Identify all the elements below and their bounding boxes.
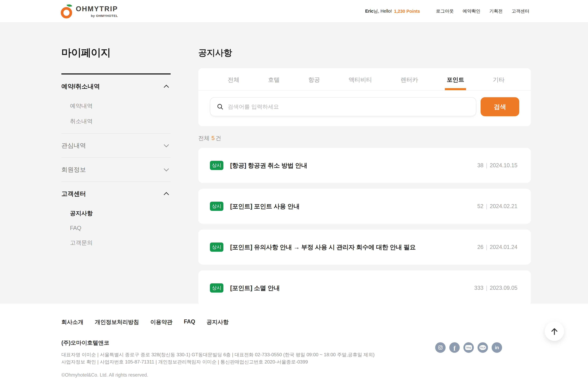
view-count: 38	[477, 162, 483, 168]
tab-points[interactable]: 포인트	[445, 68, 466, 90]
footer-link-privacy[interactable]: 개인정보처리방침	[95, 318, 139, 326]
notice-title: [항공] 항공권 취소 방법 안내	[230, 161, 307, 170]
notice-row[interactable]: 상시 [포인트] 소멸 안내 333|2023.09.05	[198, 271, 531, 305]
notice-list: 상시 [항공] 항공권 취소 방법 안내 38|2024.10.15 상시 [포…	[198, 148, 531, 305]
mypage-sidebar: 마이페이지 예약/취소내역 예약내역 취소내역 관심내역 회원정보 고객센터 공…	[61, 46, 171, 304]
notice-meta: 52|2024.02.21	[477, 203, 517, 209]
status-badge: 상시	[210, 283, 223, 293]
sidebar-section-member-info[interactable]: 회원정보	[61, 158, 171, 182]
linkedin-icon[interactable]: in	[492, 342, 502, 353]
notice-row[interactable]: 상시 [포인트] 유의사항 안내 → 부정 사용 시 관리자 회수에 대한 안내…	[198, 229, 531, 265]
arrow-up-icon	[550, 326, 559, 336]
chevron-up-icon	[164, 85, 169, 90]
view-count: 333	[474, 285, 483, 291]
notice-meta: 333|2023.09.05	[474, 285, 517, 291]
sidebar-title: 마이페이지	[61, 46, 171, 60]
page-body: 마이페이지 예약/취소내역 예약내역 취소내역 관심내역 회원정보 고객센터 공…	[0, 23, 588, 304]
notice-row[interactable]: 상시 [포인트] 포인트 사용 안내 52|2024.02.21	[198, 189, 531, 224]
points-balance[interactable]: 1,230 Points	[394, 9, 420, 14]
notice-title: [포인트] 소멸 안내	[230, 284, 280, 292]
category-tabs: 전체 호텔 항공 액티비티 렌터카 포인트 기타	[198, 68, 531, 91]
status-badge: 상시	[210, 243, 223, 252]
notice-meta: 38|2024.10.15	[477, 162, 517, 169]
status-badge: 상시	[210, 161, 223, 170]
instagram-icon[interactable]	[435, 342, 446, 353]
page-title: 공지사항	[198, 47, 531, 59]
footer-link-terms[interactable]: 이용약관	[150, 318, 172, 326]
orange-fruit-logo-icon	[61, 4, 73, 19]
notice-row[interactable]: 상시 [항공] 항공권 취소 방법 안내 38|2024.10.15	[198, 148, 531, 183]
chevron-down-icon	[164, 142, 169, 147]
sidebar-section-reservations[interactable]: 예약/취소내역	[61, 74, 171, 98]
notice-title: [포인트] 포인트 사용 안내	[230, 202, 299, 210]
notice-date: 2023.09.05	[490, 285, 517, 291]
footer-link-notices[interactable]: 공지사항	[207, 318, 229, 326]
copyright: ©Ohmyhotel&Co. Ltd. All rights reserved.	[61, 372, 531, 378]
nav-logout[interactable]: 로그아웃	[436, 8, 454, 14]
tab-hotel[interactable]: 호텔	[266, 68, 282, 90]
notice-date: 2024.02.21	[490, 203, 517, 209]
result-count-number: 5	[211, 135, 215, 141]
tab-all[interactable]: 전체	[226, 68, 241, 90]
tab-etc[interactable]: 기타	[491, 68, 506, 90]
notice-date: 2024.10.15	[490, 162, 517, 168]
chevron-down-icon	[164, 166, 169, 171]
notice-content: 공지사항 전체 호텔 항공 액티비티 렌터카 포인트 기타 검색	[198, 46, 531, 304]
site-footer: 회사소개 개인정보처리방침 이용약관 FAQ 공지사항 (주)오마이호텔앤코 대…	[0, 304, 588, 387]
user-name: Eric	[365, 9, 374, 14]
company-info: 대표자명 이미순 | 서울특별시 종로구 종로 328(창신동 330-1) G…	[61, 351, 531, 365]
nav-reservation-check[interactable]: 예약확인	[463, 8, 481, 14]
view-count: 52	[477, 203, 483, 209]
logo[interactable]: OHMYTRIP by OHMYHOTEL	[61, 4, 118, 19]
scroll-to-top-button[interactable]	[545, 321, 564, 341]
sidebar-section-interests[interactable]: 관심내역	[61, 134, 171, 158]
brand-byline: by OHMYHOTEL	[76, 14, 118, 17]
social-links: f blog TALK in	[435, 342, 502, 353]
blog-icon[interactable]: blog	[463, 342, 474, 353]
site-header: OHMYTRIP by OHMYHOTEL Eric님, Hello! 1,23…	[0, 0, 588, 23]
kakao-talk-icon[interactable]: TALK	[478, 342, 488, 353]
tab-flight[interactable]: 항공	[306, 68, 322, 90]
notice-meta: 26|2024.01.24	[477, 244, 517, 250]
brand-name: OHMYTRIP	[76, 5, 118, 12]
footer-link-about[interactable]: 회사소개	[61, 318, 84, 326]
view-count: 26	[477, 244, 483, 250]
sidebar-item-cancel-history[interactable]: 취소내역	[61, 114, 171, 129]
chevron-up-icon	[164, 192, 169, 197]
sidebar-item-notices[interactable]: 공지사항	[61, 206, 171, 221]
sidebar-section-customer-center[interactable]: 고객센터	[61, 182, 171, 206]
notice-filter-panel: 전체 호텔 항공 액티비티 렌터카 포인트 기타 검색	[198, 68, 531, 126]
search-button[interactable]: 검색	[481, 97, 519, 116]
footer-links: 회사소개 개인정보처리방침 이용약관 FAQ 공지사항	[61, 318, 531, 326]
sidebar-item-faq[interactable]: FAQ	[61, 221, 171, 235]
notice-date: 2024.01.24	[490, 244, 517, 250]
top-nav: 로그아웃 예약확인 기획전 고객센터	[427, 8, 529, 14]
tab-activity[interactable]: 액티비티	[347, 68, 374, 90]
company-info-line2: 사업자정보 확인 | 사업자번호 105-87-71311 | 개인정보관리책임…	[61, 358, 531, 366]
facebook-icon[interactable]: f	[449, 342, 460, 353]
search-input[interactable]	[210, 97, 476, 116]
search-icon	[217, 103, 224, 110]
footer-link-faq[interactable]: FAQ	[184, 318, 195, 326]
sidebar-item-inquiry[interactable]: 고객문의	[61, 235, 171, 250]
nav-promotions[interactable]: 기획전	[489, 8, 503, 14]
user-greeting: Eric님, Hello!	[365, 8, 392, 14]
tab-rentacar[interactable]: 렌터카	[399, 68, 420, 90]
divider	[61, 73, 171, 74]
sidebar-item-reservation-history[interactable]: 예약내역	[61, 98, 171, 114]
result-count: 전체5건	[198, 134, 531, 142]
nav-customer-center[interactable]: 고객센터	[512, 8, 529, 14]
notice-title: [포인트] 유의사항 안내 → 부정 사용 시 관리자 회수에 대한 안내 필요	[230, 243, 416, 251]
status-badge: 상시	[210, 202, 223, 211]
